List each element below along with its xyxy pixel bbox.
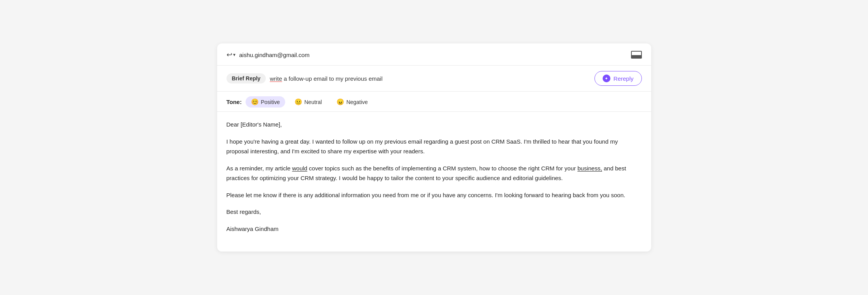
tone-row: Tone: 😊 Positive 😐 Neutral 😠 Negative — [217, 92, 651, 112]
email-greeting: Dear [Editor's Name], — [227, 120, 642, 130]
neutral-emoji: 😐 — [295, 98, 302, 106]
rereply-icon: ✦ — [603, 75, 610, 82]
positive-emoji: 😊 — [251, 98, 259, 106]
negative-emoji: 😠 — [336, 98, 344, 106]
underline-business: business, — [577, 165, 602, 172]
email-address: aishu.gindham@gmail.com — [239, 52, 310, 58]
underline-would: would — [292, 165, 307, 172]
tone-label: Tone: — [227, 99, 242, 105]
email-paragraph-1: I hope you're having a great day. I want… — [227, 137, 642, 156]
dropdown-arrow-icon[interactable]: ▾ — [233, 52, 235, 57]
email-paragraph-3: Please let me know if there is any addit… — [227, 190, 642, 200]
window-icon[interactable] — [631, 51, 642, 59]
brief-reply-badge[interactable]: Brief Reply — [227, 73, 266, 83]
tone-positive[interactable]: 😊 Positive — [246, 96, 285, 108]
prompt-row: Brief Reply write a follow-up email to m… — [217, 66, 651, 92]
prompt-left: Brief Reply write a follow-up email to m… — [227, 73, 594, 83]
header-row: ↩ ▾ aishu.gindham@gmail.com — [217, 43, 651, 66]
signature-line2: Aishwarya Gindham — [227, 224, 642, 234]
signature-line1: Best regards, — [227, 207, 642, 217]
back-arrow-icon[interactable]: ↩ — [227, 50, 232, 59]
prompt-word-write: write — [270, 75, 282, 82]
email-body: Dear [Editor's Name], I hope you're havi… — [217, 112, 651, 252]
tone-negative[interactable]: 😠 Negative — [331, 96, 373, 108]
email-card: ↩ ▾ aishu.gindham@gmail.com Brief Reply … — [217, 43, 651, 252]
prompt-text-rest: a follow-up email to my previous email — [282, 75, 382, 82]
negative-label: Negative — [346, 99, 368, 105]
tone-neutral[interactable]: 😐 Neutral — [289, 96, 327, 108]
email-signature: Best regards, Aishwarya Gindham — [227, 207, 642, 234]
header-left: ↩ ▾ aishu.gindham@gmail.com — [227, 50, 310, 59]
rereply-label: Rereply — [614, 75, 634, 82]
prompt-text: write a follow-up email to my previous e… — [270, 75, 594, 82]
email-paragraph-2: As a reminder, my article would cover to… — [227, 163, 642, 183]
positive-label: Positive — [261, 99, 280, 105]
back-icons[interactable]: ↩ ▾ — [227, 50, 235, 59]
rereply-button[interactable]: ✦ Rereply — [594, 71, 642, 86]
neutral-label: Neutral — [304, 99, 322, 105]
